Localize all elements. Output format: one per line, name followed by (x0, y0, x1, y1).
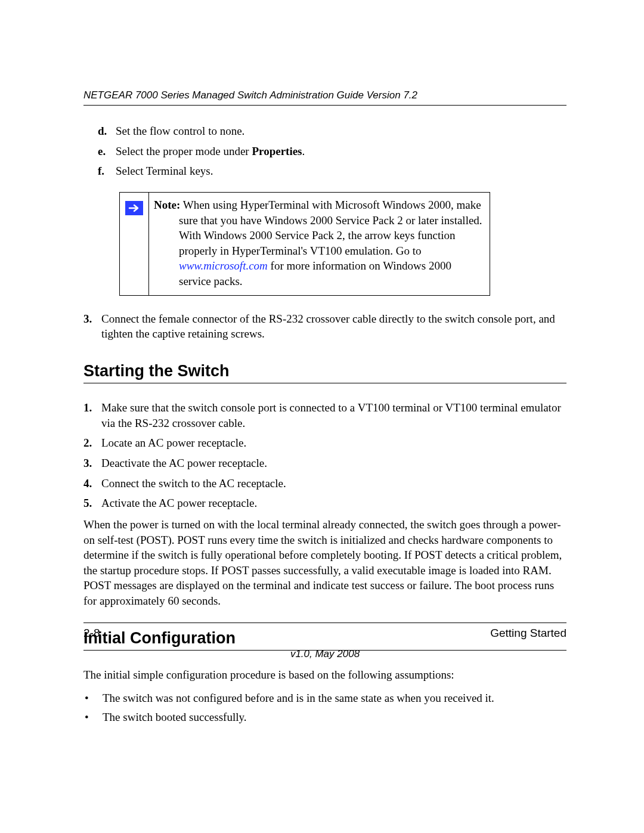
initial-assumptions: • The switch was not configured before a… (83, 690, 566, 724)
starting-step-3: 3. Deactivate the AC power receptacle. (83, 456, 566, 471)
starting-step-1: 1. Make sure that the switch console por… (83, 400, 566, 431)
note-icon-cell (120, 193, 149, 295)
substep-marker: f. (98, 163, 116, 179)
footer-page-number: 2-8 (83, 627, 100, 640)
step-3: 3. Connect the female connector of the R… (83, 311, 566, 342)
note-text: Note: When using HyperTerminal with Micr… (149, 193, 490, 295)
substep-text-bold: Properties (252, 145, 302, 157)
assumption-text: The switch booted successfully. (103, 710, 247, 725)
starting-step-5: 5. Activate the AC power receptacle. (83, 496, 566, 511)
substep-text: Set the flow control to none. (116, 123, 244, 139)
step-marker: 1. (83, 400, 101, 431)
step-text: Activate the AC power receptacle. (101, 496, 257, 511)
step-marker: 2. (83, 435, 101, 451)
header-rule (83, 105, 566, 106)
note-label: Note: (154, 199, 180, 211)
substep-d: d. Set the flow control to none. (83, 123, 566, 139)
step-text: Connect the female connector of the RS-2… (101, 311, 566, 342)
note-link[interactable]: www.microsoft.com (179, 259, 268, 272)
document-page: NETGEAR 7000 Series Managed Switch Admin… (0, 0, 644, 833)
footer-rule (83, 623, 566, 623)
note-body-pre: When using HyperTerminal with Microsoft … (179, 199, 482, 257)
substep-text-post: . (302, 145, 305, 157)
footer-version: v1.0, May 2008 (83, 648, 566, 660)
heading-starting-the-switch: Starting the Switch (83, 362, 566, 380)
substep-text: Select the proper mode under Properties. (116, 144, 305, 159)
substeps-list: d. Set the flow control to none. e. Sele… (83, 123, 566, 179)
arrow-right-icon (125, 201, 143, 215)
step-marker: 5. (83, 496, 101, 511)
substep-marker: e. (98, 144, 116, 159)
substep-text: Select Terminal keys. (116, 163, 213, 179)
substep-f: f. Select Terminal keys. (83, 163, 566, 179)
substep-text-pre: Select the proper mode under (116, 145, 252, 157)
footer-section-name: Getting Started (490, 627, 566, 640)
step-marker: 3. (83, 456, 101, 471)
page-footer: 2-8 Getting Started v1.0, May 2008 (83, 623, 566, 660)
running-header: NETGEAR 7000 Series Managed Switch Admin… (83, 89, 566, 101)
step-list: 3. Connect the female connector of the R… (83, 311, 566, 342)
assumption-2: • The switch booted successfully. (83, 710, 566, 725)
initial-intro: The initial simple configuration procedu… (83, 667, 566, 683)
step-text: Connect the switch to the AC receptacle. (101, 476, 286, 491)
step-text: Locate an AC power receptacle. (101, 435, 246, 451)
note-box: Note: When using HyperTerminal with Micr… (119, 192, 490, 296)
bullet-icon: • (83, 710, 103, 725)
starting-steps: 1. Make sure that the switch console por… (83, 400, 566, 511)
step-text: Deactivate the AC power receptacle. (101, 456, 267, 471)
starting-step-4: 4. Connect the switch to the AC receptac… (83, 476, 566, 491)
starting-paragraph: When the power is turned on with the loc… (83, 517, 566, 609)
step-text: Make sure that the switch console port i… (101, 400, 566, 431)
starting-step-2: 2. Locate an AC power receptacle. (83, 435, 566, 451)
bullet-icon: • (83, 690, 103, 706)
assumption-1: • The switch was not configured before a… (83, 690, 566, 706)
step-marker: 3. (83, 311, 101, 342)
heading-rule (83, 383, 566, 383)
assumption-text: The switch was not configured before and… (103, 690, 494, 706)
substep-marker: d. (98, 123, 116, 139)
step-marker: 4. (83, 476, 101, 491)
substep-e: e. Select the proper mode under Properti… (83, 144, 566, 159)
footer-row: 2-8 Getting Started (83, 627, 566, 640)
